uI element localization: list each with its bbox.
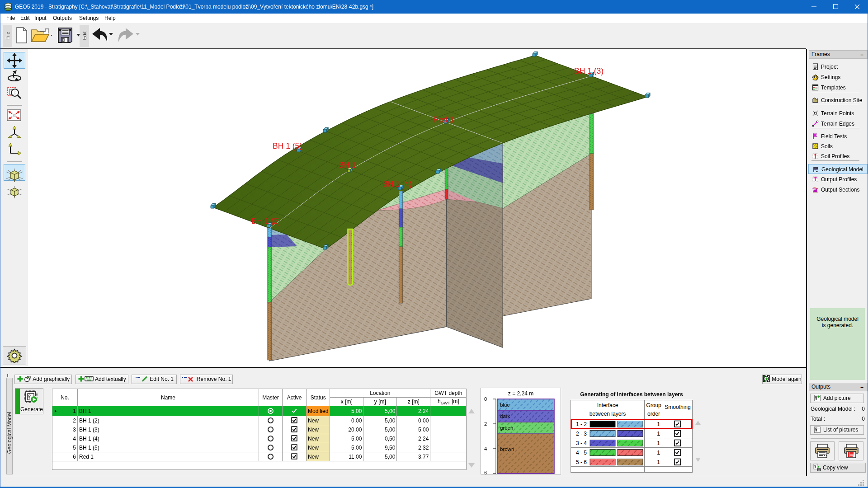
svg-text:3D: 3D bbox=[13, 114, 17, 117]
svg-text:BH 1 (3): BH 1 (3) bbox=[574, 66, 604, 75]
svg-text:Smoothing: Smoothing bbox=[665, 404, 690, 410]
svg-text:blue: blue bbox=[500, 402, 510, 408]
svg-text:5 - 6: 5 - 6 bbox=[576, 459, 587, 465]
svg-text:Group: Group bbox=[646, 402, 661, 408]
svg-text:brown: brown bbox=[500, 446, 514, 452]
svg-text:BH 1 (4): BH 1 (4) bbox=[382, 179, 412, 188]
svg-text:3 - 4: 3 - 4 bbox=[576, 440, 587, 446]
svg-text:2 - 3: 2 - 3 bbox=[576, 431, 587, 437]
svg-text:green: green bbox=[500, 425, 513, 431]
svg-text:1 - 2: 1 - 2 bbox=[576, 421, 587, 427]
svg-text:BH 1 (2): BH 1 (2) bbox=[251, 216, 281, 225]
svg-text:dark: dark bbox=[500, 413, 510, 419]
svg-text:Red 1: Red 1 bbox=[433, 115, 454, 124]
svg-text:1: 1 bbox=[657, 431, 660, 437]
svg-text:4 - 5: 4 - 5 bbox=[576, 450, 587, 456]
svg-text:1: 1 bbox=[657, 421, 660, 427]
svg-text:between layers: between layers bbox=[590, 411, 626, 417]
svg-text:BH 1 (5): BH 1 (5) bbox=[273, 141, 302, 150]
svg-text:4: 4 bbox=[484, 446, 487, 451]
svg-text:1: 1 bbox=[657, 459, 660, 465]
svg-text:order: order bbox=[647, 411, 660, 417]
svg-text:1: 1 bbox=[657, 450, 660, 456]
svg-text:0: 0 bbox=[484, 396, 487, 402]
svg-text:1: 1 bbox=[657, 440, 660, 446]
svg-text:6: 6 bbox=[484, 470, 487, 475]
svg-text:BH 1: BH 1 bbox=[339, 160, 356, 169]
svg-text:2: 2 bbox=[484, 421, 487, 427]
svg-text:Interface: Interface bbox=[597, 402, 618, 408]
